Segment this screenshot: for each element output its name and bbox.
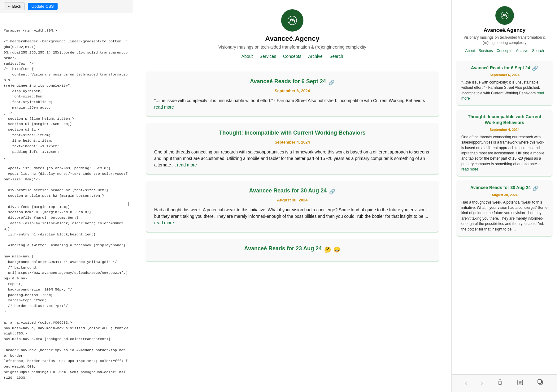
post-card: Avancee Reads for 30 Aug 24 🔗 August 30,…: [146, 181, 439, 233]
site-tagline: Visionary musings on tech-aided transfor…: [139, 45, 445, 50]
cursor: [128, 202, 129, 206]
nav-search[interactable]: Search: [329, 54, 343, 59]
mobile-nav-about[interactable]: About: [465, 49, 475, 53]
post-date: August 30, 2024: [154, 198, 430, 202]
update-css-button[interactable]: Update CSS: [28, 3, 58, 10]
emoji-icon: 🤔: [324, 246, 331, 253]
mobile-link-icon: 🔗: [532, 65, 538, 71]
link-icon: 🔗: [329, 80, 335, 85]
mobile-post-date: August 30, 2024: [461, 193, 548, 197]
emoji-icon-2: 😄: [333, 246, 340, 253]
mobile-post-card: Thought: Incompatible with Current Worki…: [456, 110, 553, 177]
mobile-logo: [495, 6, 514, 25]
mobile-preview: Avanceé.Agency Visionary musings on tech…: [452, 0, 557, 392]
mobile-posts: Avanceé Reads for 6 Sept 24 🔗 September …: [452, 57, 557, 244]
post-excerpt: "...the issue with complexity: it is uns…: [154, 97, 430, 110]
post-title-row: Avanceé Reads for 6 Sept 24 🔗: [154, 78, 430, 87]
site-nav: About Services Concepts Archive Search: [139, 54, 445, 65]
mobile-nav-search[interactable]: Search: [532, 49, 544, 53]
mobile-nav-concepts[interactable]: Concepts: [497, 49, 512, 53]
post-title: Thought: Incompatible with Current Worki…: [219, 130, 366, 136]
mobile-browser-toolbar: ‹ ›: [452, 374, 557, 392]
site-header: Avanceé.Agency Visionary musings on tech…: [133, 0, 451, 65]
read-more-link[interactable]: read more: [154, 220, 174, 225]
link-icon: 🔗: [329, 189, 335, 195]
site-logo: [281, 9, 303, 32]
mobile-post-title: Thought: Incompatible with Current Worki…: [461, 114, 548, 125]
post-card: Avanceé Reads for 6 Sept 24 🔗 September …: [146, 71, 439, 117]
post-title-row: Avanceé Reads for 23 Aug 24 🤔 😄: [154, 245, 430, 254]
update-css-label: Update CSS: [32, 4, 54, 9]
post-title: Avancee Reads for 30 Aug 24: [249, 187, 327, 194]
post-excerpt: Had a thought this week. A potential twe…: [154, 207, 430, 226]
mobile-post-title: Avanceé Reads for 6 Sept 24: [471, 65, 530, 71]
mobile-title-row: Avanceé Reads for 6 Sept 24 🔗: [461, 65, 548, 72]
mobile-read-more-link[interactable]: read more: [461, 167, 478, 171]
mobile-title-row: Thought: Incompatible with Current Worki…: [461, 114, 548, 126]
mobile-link-icon: 🔗: [533, 185, 539, 191]
mobile-post-card: Avancee Reads for 30 Aug 24 🔗 August 30,…: [456, 180, 553, 237]
mobile-post-card: Avanceé Reads for 6 Sept 24 🔗 September …: [456, 61, 553, 106]
code-content: #wrapper {min-width:80%;} /* header#head…: [4, 28, 129, 381]
code-editor[interactable]: #wrapper {min-width:80%;} /* header#head…: [0, 13, 133, 392]
mobile-nav: About Services Concepts Archive Search: [457, 49, 552, 57]
post-title: Avanceé Reads for 6 Sept 24: [250, 78, 326, 85]
post-date: September 6, 2024: [154, 88, 430, 93]
mobile-post-date: September 4, 2024: [461, 128, 548, 131]
svg-rect-3: [538, 380, 542, 383]
read-more-link[interactable]: read more: [154, 105, 174, 110]
mobile-title-row: Avancee Reads for 30 Aug 24 🔗: [461, 185, 548, 192]
code-toolbar: ← Back Update CSS: [0, 0, 133, 13]
post-card: Avanceé Reads for 23 Aug 24 🤔 😄: [146, 239, 439, 262]
bookmarks-button[interactable]: [514, 378, 526, 389]
mobile-post-excerpt: "...the issue with complexity: it is uns…: [461, 80, 548, 101]
mobile-site-title: Avanceé.Agency: [457, 27, 552, 33]
share-button[interactable]: [494, 378, 506, 389]
post-title-row: Avancee Reads for 30 Aug 24 🔗: [154, 187, 430, 196]
mobile-nav-archive[interactable]: Archive: [516, 49, 529, 53]
forward-nav-button[interactable]: ›: [478, 378, 485, 389]
mobile-nav-services[interactable]: Services: [479, 49, 493, 53]
posts-list: Avanceé Reads for 6 Sept 24 🔗 September …: [133, 65, 451, 274]
mobile-read-more-link[interactable]: read more: [461, 91, 544, 101]
post-excerpt: One of the threads connecting our resear…: [154, 149, 430, 168]
back-nav-button[interactable]: ‹: [463, 378, 470, 389]
mobile-site-tagline: Visionary musings on tech-aided transfor…: [457, 35, 552, 45]
post-card: Thought: Incompatible with Current Worki…: [146, 123, 439, 175]
mobile-site-header: Avanceé.Agency Visionary musings on tech…: [452, 0, 557, 57]
mobile-content: Avanceé.Agency Visionary musings on tech…: [452, 0, 557, 374]
main-preview: Avanceé.Agency Visionary musings on tech…: [133, 0, 452, 392]
post-title: Avanceé Reads for 23 Aug 24: [244, 245, 322, 252]
code-panel: ← Back Update CSS #wrapper {min-width:80…: [0, 0, 133, 392]
back-label: ← Back: [7, 4, 21, 9]
mobile-post-title: Avancee Reads for 30 Aug 24: [470, 185, 531, 190]
site-title: Avanceé.Agency: [139, 35, 445, 43]
post-title-row: Thought: Incompatible with Current Worki…: [154, 130, 430, 138]
nav-archive[interactable]: Archive: [308, 54, 323, 59]
post-date: September 4, 2024: [154, 140, 430, 144]
nav-services[interactable]: Services: [259, 54, 276, 59]
mobile-post-excerpt: Had a thought this week. A potential twe…: [461, 200, 548, 232]
nav-concepts[interactable]: Concepts: [283, 54, 301, 59]
mobile-post-date: September 6, 2024: [461, 73, 548, 77]
back-button[interactable]: ← Back: [4, 2, 25, 10]
mobile-post-excerpt: One of the threads connecting our resear…: [461, 135, 548, 172]
tabs-button[interactable]: [535, 378, 546, 389]
nav-about[interactable]: About: [242, 54, 253, 59]
read-more-link[interactable]: read more: [177, 162, 197, 167]
